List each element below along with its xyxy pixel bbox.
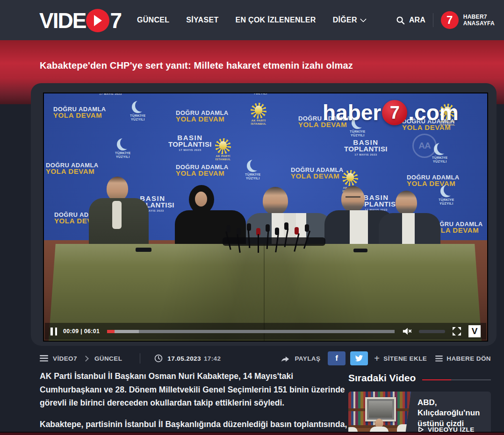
watermark-text-left: haber xyxy=(323,100,381,125)
navbar-divider xyxy=(433,13,433,27)
article-body: AK Parti İstanbul İl Başkanı Osman Nuri … xyxy=(40,370,347,435)
microphones xyxy=(225,215,324,246)
backdrop-slogan: DOĞRU ADAMLAYOLA DEVAM xyxy=(176,109,229,123)
backdrop-crescent: TÜRKİYEYÜZYILI xyxy=(130,101,146,121)
share-arrow-icon xyxy=(281,355,290,363)
time-separator: | xyxy=(80,328,82,335)
backdrop-bulb: AK PARTİİSTANBUL xyxy=(251,103,266,126)
watermark-7-badge: 7 xyxy=(382,100,407,125)
backdrop-basin: BASINTOPLANTISI17 MAYIS 2023 xyxy=(89,93,132,95)
backdrop-crescent: TÜRKİYEYÜZYILI xyxy=(245,160,261,180)
backdrop-slogan: DOĞRU ADAMLAYOLA DEVAM xyxy=(291,166,344,180)
search-button[interactable]: ARA xyxy=(396,16,425,25)
add-to-site-label: SİTENE EKLE xyxy=(383,355,427,362)
page-title: Kabaktepe'den CHP'ye sert yanıt: Millete… xyxy=(40,60,353,71)
list-icon xyxy=(435,356,443,362)
plus-icon: + xyxy=(374,354,380,363)
main-menu: GÜNCEL SİYASET EN ÇOK İZLENENLER DİĞER xyxy=(137,0,366,40)
fullscreen-icon xyxy=(452,326,462,336)
time-duration: 06:01 xyxy=(84,328,100,335)
backdrop-slogan: DOĞRU ADAMLAYOLA DEVAM xyxy=(46,162,99,175)
haber7-badge-icon: 7 xyxy=(441,11,459,29)
menu-item-encok-izlenenler[interactable]: EN ÇOK İZLENENLER xyxy=(235,16,316,24)
bottom-strip xyxy=(0,432,504,435)
article-paragraph: AK Parti İstanbul İl Başkanı Osman Nuri … xyxy=(40,370,347,410)
chevron-down-icon xyxy=(360,16,367,22)
mute-button[interactable] xyxy=(402,327,412,336)
time-current: 00:09 xyxy=(63,328,79,335)
share-label: PAYLAŞ xyxy=(295,355,320,362)
breadcrumb-chevron-icon xyxy=(83,356,89,362)
back-to-news-label: HABERE DÖN xyxy=(446,355,491,362)
twitter-share-button[interactable] xyxy=(350,351,368,365)
logo-text-left: VIDE xyxy=(39,8,86,33)
facebook-share-button[interactable]: f xyxy=(328,351,346,365)
heading-underline xyxy=(422,379,491,380)
add-to-site-button[interactable]: + SİTENE EKLE xyxy=(374,354,427,363)
player-brand-logo[interactable]: V xyxy=(468,325,481,337)
navbar-right: ARA 7 HABER7 ANASAYFA xyxy=(396,0,495,40)
meta-bar: VİDEO7 GÜNCEL 17.05.2023 17:42 PAYLAŞ f … xyxy=(40,351,491,366)
share-group: PAYLAŞ f xyxy=(281,351,368,365)
home-label-line2: ANASAYFA xyxy=(463,20,495,27)
logo-text-right: 7 xyxy=(110,8,121,33)
backdrop-slogan: DOĞRU ADAMLAYOLA DEVAM xyxy=(176,164,229,177)
framed-photo xyxy=(365,397,396,421)
twitter-bird-icon xyxy=(355,355,363,362)
backdrop-basin: BASINTOPLANTISI17 MAYIS 2023 xyxy=(168,134,212,151)
player-controls-bar: 00:09 | 06:01 xyxy=(45,323,486,340)
pause-button[interactable] xyxy=(50,328,57,335)
backdrop-crescent: TÜRKİYEYÜZYILI xyxy=(115,138,131,159)
menu-item-label: GÜNCEL xyxy=(137,16,169,24)
menu-item-label: DİĞER xyxy=(333,16,357,24)
clock-icon xyxy=(154,354,163,363)
top-navbar: VIDE 7 GÜNCEL SİYASET EN ÇOK İZLENENLER … xyxy=(0,0,504,40)
hamburger-icon[interactable] xyxy=(40,355,48,362)
publish-date: 17.05.2023 xyxy=(167,355,201,362)
video-frame: BASINTOPLANTISI17 MAYIS 2023TÜRKİYEYÜZYI… xyxy=(44,93,487,341)
time-display: 00:09 | 06:01 xyxy=(63,328,100,335)
watermark-text-right: .com xyxy=(408,100,458,125)
backdrop-slogan: DOĞRU ADAMLAYOLA DEVAM xyxy=(53,106,106,119)
menu-item-diger[interactable]: DİĞER xyxy=(333,16,366,24)
next-video-title[interactable]: ABD, Kılıçdaroğlu'nun üstünü çizdi xyxy=(418,398,486,429)
video-container: BASINTOPLANTISI17 MAYIS 2023TÜRKİYEYÜZYI… xyxy=(31,83,497,346)
volume-slider[interactable] xyxy=(419,330,445,333)
meta-divider xyxy=(140,353,140,364)
publish-time: 17:42 xyxy=(204,355,221,362)
backdrop-basin: BASINTOPLANTISI17 MAYIS 2023 xyxy=(344,138,388,156)
meta-right-actions: + SİTENE EKLE HABERE DÖN xyxy=(374,354,491,363)
progress-bar[interactable] xyxy=(107,330,395,333)
next-video-card[interactable]: ABD, Kılıçdaroğlu'nun üstünü çizdi VİDEO… xyxy=(348,392,491,435)
video7-logo[interactable]: VIDE 7 xyxy=(39,8,121,33)
menu-item-label: SİYASET xyxy=(186,16,218,24)
muted-speaker-icon xyxy=(402,327,412,336)
home-label-line1: HABER7 xyxy=(463,14,495,20)
table-object xyxy=(353,249,367,252)
menu-item-label: EN ÇOK İZLENENLER xyxy=(235,16,316,24)
aa-agency-watermark: AA xyxy=(412,134,437,158)
backdrop-crescent: TÜRKİYEYÜZYILI xyxy=(252,93,268,95)
video-player[interactable]: BASINTOPLANTISI17 MAYIS 2023TÜRKİYEYÜZYI… xyxy=(43,93,488,342)
back-to-news-button[interactable]: HABERE DÖN xyxy=(435,355,491,362)
menu-item-guncel[interactable]: GÜNCEL xyxy=(137,16,169,24)
haber7-home-label: HABER7 ANASAYFA xyxy=(463,14,495,27)
table-object xyxy=(136,248,151,252)
breadcrumb-guncel[interactable]: GÜNCEL xyxy=(94,355,122,362)
backdrop-bulb: AK PARTİİSTANBUL xyxy=(215,138,231,161)
breadcrumb-video7[interactable]: VİDEO7 xyxy=(53,355,77,362)
next-video-thumbnail xyxy=(348,392,411,435)
menu-item-siyaset[interactable]: SİYASET xyxy=(186,16,218,24)
progress-played xyxy=(107,330,114,333)
haber7-home-link[interactable]: 7 HABER7 ANASAYFA xyxy=(441,11,495,29)
next-video-heading: Sıradaki Video xyxy=(348,372,416,384)
search-label: ARA xyxy=(409,16,425,24)
fullscreen-button[interactable] xyxy=(452,326,462,336)
backdrop-crescent: TÜRKİYEYÜZYILI xyxy=(439,185,454,206)
play-circle-icon xyxy=(86,9,109,32)
search-icon xyxy=(396,16,405,25)
haber7-watermark: haber 7 .com xyxy=(323,100,459,125)
